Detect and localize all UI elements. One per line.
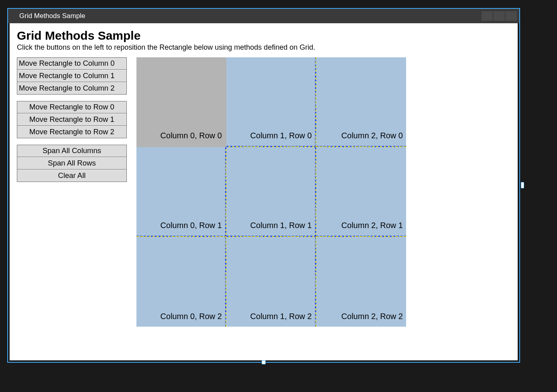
page-title: Grid Methods Sample [17, 29, 510, 42]
grid-cell: Column 0, Row 1 [136, 147, 226, 237]
span-all-rows-button[interactable]: Span All Rows [17, 157, 126, 170]
window-system-buttons [482, 9, 519, 23]
cell-label: Column 1, Row 2 [250, 312, 312, 321]
move-row-2-button[interactable]: Move Rectangle to Row 2 [17, 126, 126, 138]
resize-handle-right[interactable] [521, 182, 524, 188]
designer-selection-frame: Grid Methods Sample Grid Methods Sample … [7, 8, 520, 363]
resize-handle-bottom[interactable] [262, 360, 266, 364]
grid-cell: Column 1, Row 2 [226, 237, 316, 327]
window-client-area: Grid Methods Sample Click the buttons on… [8, 23, 519, 362]
cell-label: Column 2, Row 1 [342, 221, 403, 230]
column-buttons-group: Move Rectangle to Column 0 Move Rectangl… [17, 57, 127, 95]
row-buttons-group: Move Rectangle to Row 0 Move Rectangle t… [17, 101, 127, 138]
minimize-button[interactable] [482, 11, 493, 21]
cell-label: Column 1, Row 1 [250, 221, 312, 230]
cell-label: Column 2, Row 0 [342, 131, 403, 140]
span-all-columns-button[interactable]: Span All Columns [17, 145, 126, 157]
grid-cell: Column 2, Row 2 [316, 237, 406, 327]
grid-cell: Column 1, Row 1 [226, 147, 316, 237]
move-col-2-button[interactable]: Move Rectangle to Column 2 [17, 82, 126, 94]
cell-label: Column 1, Row 0 [250, 131, 312, 140]
window-title: Grid Methods Sample [19, 12, 85, 20]
move-col-1-button[interactable]: Move Rectangle to Column 1 [17, 70, 126, 82]
clear-all-button[interactable]: Clear All [17, 170, 126, 182]
close-button[interactable] [506, 11, 517, 21]
grid-cell: Column 1, Row 0 [226, 57, 316, 147]
move-row-0-button[interactable]: Move Rectangle to Row 0 [17, 101, 126, 113]
move-col-0-button[interactable]: Move Rectangle to Column 0 [17, 58, 126, 70]
cell-label: Column 0, Row 2 [161, 312, 222, 321]
grid-cell: Column 2, Row 1 [316, 147, 406, 237]
maximize-button[interactable] [494, 11, 505, 21]
cell-label: Column 0, Row 0 [161, 131, 222, 140]
cell-label: Column 2, Row 2 [342, 312, 403, 321]
cell-label: Column 0, Row 1 [161, 221, 222, 230]
button-column: Move Rectangle to Column 0 Move Rectangl… [17, 57, 127, 188]
demo-grid-container: Column 0, Row 0 Column 1, Row 0 Column 2… [136, 57, 406, 327]
grid-cell: Column 0, Row 2 [136, 237, 226, 327]
window-titlebar: Grid Methods Sample [8, 9, 519, 23]
grid-cell: Column 2, Row 0 [316, 57, 406, 147]
move-row-1-button[interactable]: Move Rectangle to Row 1 [17, 113, 126, 126]
main-layout: Move Rectangle to Column 0 Move Rectangl… [17, 57, 510, 327]
span-buttons-group: Span All Columns Span All Rows Clear All [17, 145, 127, 182]
page-subtitle: Click the buttons on the left to reposit… [17, 43, 510, 52]
